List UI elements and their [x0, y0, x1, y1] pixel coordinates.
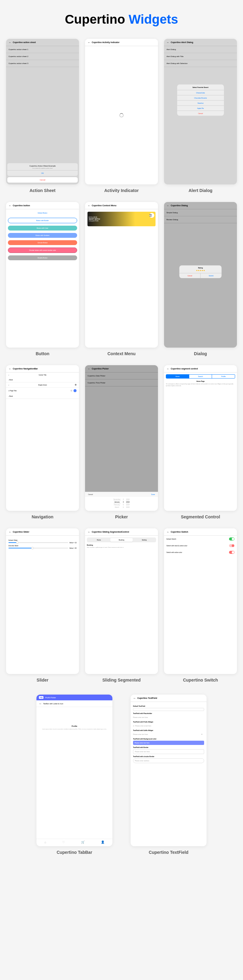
- cancel-button[interactable]: Cancel: [179, 273, 200, 278]
- default-switch[interactable]: [229, 538, 235, 541]
- segment-profile[interactable]: Profile: [212, 375, 235, 378]
- list-item[interactable]: Cupertino Date Picker: [85, 372, 158, 379]
- back-icon[interactable]: ←: [8, 530, 11, 533]
- alert-option[interactable]: CheeseCake: [177, 90, 224, 95]
- month-wheel[interactable]: December January February March: [114, 498, 121, 508]
- back-icon[interactable]: ←: [8, 41, 11, 44]
- segment-home[interactable]: Home: [88, 538, 110, 542]
- topbar-title: Cupertino Context Menu: [92, 204, 116, 207]
- list-item[interactable]: Alert Dialog with Selection: [164, 60, 237, 67]
- list-item[interactable]: Alert Dialog: [164, 46, 237, 53]
- picker-wheels[interactable]: December January February March 3 4 5 6 …: [85, 497, 158, 511]
- border-textfield[interactable]: Please enter text here: [133, 749, 204, 754]
- eye-icon[interactable]: 👁: [201, 733, 203, 735]
- back-icon[interactable]: ←: [88, 367, 91, 370]
- cart-tab-icon[interactable]: 🛒: [81, 840, 85, 844]
- list-item[interactable]: Cupertino Time Picker: [85, 379, 158, 387]
- list-item[interactable]: Simple Dialog: [164, 209, 237, 216]
- segment-search[interactable]: Search: [189, 375, 212, 378]
- back-icon[interactable]: ←: [88, 204, 91, 207]
- back-icon[interactable]: ←: [39, 702, 42, 705]
- gear-icon[interactable]: ⚙: [75, 384, 77, 386]
- list-item[interactable]: Alert Dialog with Title: [164, 53, 237, 60]
- topbar: ← Cupertino action sheet: [6, 39, 79, 46]
- button-phone: ← Cupertino button Default Button Button…: [6, 202, 79, 348]
- home-tab-icon[interactable]: ⌂: [44, 840, 46, 844]
- segmented-phone: ← Cupertino segment control Home Search …: [164, 365, 237, 511]
- suffix-textfield[interactable]: Please enter text here👁: [133, 732, 204, 737]
- topbar-title: Cupertino action sheet: [13, 41, 36, 43]
- segment-home[interactable]: Home: [166, 375, 189, 378]
- default-button[interactable]: Default Button: [8, 210, 77, 215]
- picker-cancel[interactable]: Cancel: [88, 493, 93, 495]
- switch-label: Switch with track & active color: [166, 545, 187, 547]
- ok-button[interactable]: OK: [7, 170, 78, 176]
- chevron-left-icon[interactable]: ‹: [8, 384, 9, 386]
- card-label: Alert Dialog: [189, 188, 213, 193]
- alert-option[interactable]: Hazelnut: [177, 100, 224, 105]
- border-button[interactable]: Button with Border: [8, 218, 77, 223]
- nav-back-row[interactable]: ‹ Back: [6, 394, 79, 399]
- segment-booking[interactable]: Booking: [110, 538, 133, 542]
- alert-cancel[interactable]: Cancel: [177, 111, 224, 116]
- default-textfield[interactable]: [133, 708, 204, 711]
- back-icon[interactable]: ←: [166, 204, 169, 207]
- year-wheel[interactable]: 2022 2023 2024 2025: [126, 498, 129, 508]
- discrete-slider[interactable]: [8, 548, 68, 548]
- picker-sheet: Cancel Done December January February Ma…: [85, 492, 158, 511]
- field-label: TextField with Prefix Widget: [133, 721, 204, 723]
- brand-name: ProKit Flutter: [45, 697, 56, 698]
- chevron-left-icon[interactable]: ‹: [8, 374, 9, 376]
- context-banner[interactable]: EXCLUSIVE SMART WATCH COLLECTION 30% OFF: [88, 212, 155, 226]
- circular-button[interactable]: Circular Button: [8, 240, 77, 245]
- list-item[interactable]: Cupertino action sheet 2: [6, 53, 79, 60]
- back-icon[interactable]: ←: [8, 367, 11, 370]
- alert-phone: ← Cupertino Alert Dialog Alert Dialog Al…: [164, 39, 237, 185]
- topbar-title: TabBar with Label & Icon: [43, 703, 63, 705]
- back-icon[interactable]: ←: [88, 530, 91, 533]
- submit-button[interactable]: Submit: [201, 273, 222, 278]
- list-item[interactable]: Review Dialog: [164, 216, 237, 223]
- back-icon[interactable]: ←: [8, 204, 11, 207]
- cancel-button[interactable]: Cancel: [7, 177, 78, 183]
- placeholder-textfield[interactable]: Please enter text here: [133, 715, 204, 719]
- banner-text: EXCLUSIVE SMART WATCH COLLECTION: [89, 216, 100, 222]
- background-textfield[interactable]: Please enter text here: [133, 741, 204, 745]
- prefix-textfield[interactable]: ✉Please enter email here: [133, 724, 204, 728]
- alert-option[interactable]: Choculate Brownie: [177, 95, 224, 100]
- slider-thumb[interactable]: [16, 541, 19, 544]
- back-icon[interactable]: ←: [88, 41, 91, 44]
- slider-thumb[interactable]: [31, 547, 34, 549]
- heart-tab-icon[interactable]: ♡: [62, 840, 65, 844]
- tabbar-phone: P⚙ ProKit Flutter ← TabBar with Label & …: [37, 695, 112, 846]
- card-label: Context Menu: [107, 351, 136, 356]
- list-item[interactable]: Cupertino action sheet 3: [6, 60, 79, 67]
- nav-back-row[interactable]: ‹ Back: [6, 377, 79, 382]
- default-slider[interactable]: [8, 542, 68, 543]
- profile-tab-icon[interactable]: 👤: [101, 840, 104, 844]
- picker-done[interactable]: Done: [151, 493, 155, 495]
- circular-textfield[interactable]: Please enter address: [133, 758, 204, 763]
- back-icon[interactable]: ←: [166, 367, 169, 370]
- alert-option[interactable]: Apple Pie: [177, 105, 224, 111]
- color-button[interactable]: Button with Color: [8, 226, 77, 231]
- slider-phone: ← Cupertino Slider Default Slider Value …: [6, 528, 79, 674]
- navigation-phone: ← Cupertino NavigationBar ‹ Center Title…: [6, 365, 79, 511]
- card-label: Segmented Control: [181, 514, 220, 519]
- segment-setting[interactable]: Setting: [133, 538, 155, 542]
- topbar: ← Cupertino TextField: [131, 695, 206, 702]
- day-wheel[interactable]: 3 4 5 6: [123, 498, 124, 508]
- back-icon[interactable]: ←: [166, 530, 169, 533]
- active-color-switch[interactable]: [229, 551, 235, 554]
- content-heading: Home Page: [166, 380, 235, 382]
- back-icon[interactable]: ←: [133, 697, 136, 700]
- gradient-button[interactable]: Button with Gradient: [8, 233, 77, 238]
- rating-stars[interactable]: ★★★★★: [179, 269, 221, 273]
- list-item[interactable]: Cupertino action sheet 1: [6, 46, 79, 53]
- back-icon[interactable]: ←: [166, 41, 169, 44]
- track-color-switch[interactable]: [229, 544, 235, 547]
- topbar: ← Cupertino Dialog: [164, 202, 237, 209]
- field-label: TextField with circular Border: [133, 756, 204, 757]
- circular-border-button[interactable]: Circular button with custom border color: [8, 248, 77, 253]
- topbar: ← Cupertino button: [6, 202, 79, 209]
